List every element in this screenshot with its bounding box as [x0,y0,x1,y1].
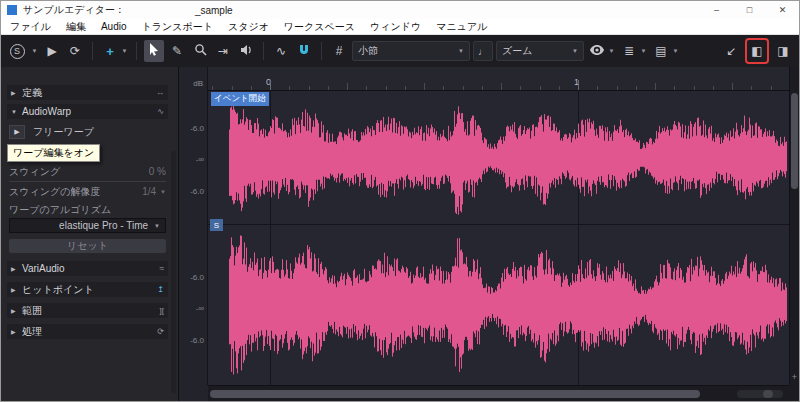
crosshair-icon: + [106,44,114,59]
zero-crossing-icon: ∿ [276,44,286,58]
chevron-down-icon[interactable]: ▼ [30,48,39,54]
timeline-ruler[interactable]: 0 1 [208,67,789,91]
section-range[interactable]: ▶ 範囲 ][ [7,303,168,318]
freewarp-tool-button[interactable]: ▶ [9,125,25,139]
view-options-button[interactable] [587,40,607,62]
range-tool[interactable]: ⇥ [213,40,233,62]
window-title: サンプルエディター： [23,3,125,17]
waveform-editor: dB -6.0 -∞ -6.0 -6.0 -∞ -6.0 0 1 イベント開始 [179,67,799,401]
minimize-button[interactable]: – [700,1,733,19]
solo-marker: S [210,219,223,231]
section-process[interactable]: ▶ 処理 ⟳ [7,324,168,339]
event-start-label: イベント開始 [211,92,269,106]
waveform-lanes: イベント開始 S [208,91,789,385]
vertical-zoom-plus-button[interactable]: + [790,372,799,382]
cursor-arrow-icon [149,43,159,59]
audition-play-button[interactable]: ▶ [42,40,62,62]
stack-icon: ▤ [655,44,666,58]
menu-edit[interactable]: 編集 [66,20,86,34]
trim-icon: ⇥ [218,44,228,58]
autoscroll-button[interactable]: + [100,40,120,62]
section-audiowarp[interactable]: ▼ AudioWarp ∿ [7,104,168,119]
hitpoints-icon: ↥ [157,285,164,294]
chevron-down-icon[interactable]: ▼ [120,48,129,54]
grid-icon: # [336,44,343,58]
zoom-preset-select[interactable]: ズーム ▼ [496,41,584,61]
section-definition[interactable]: ▶ 定義 ↔ [7,85,168,100]
menubar: ファイル 編集 Audio トランスポート スタジオ ワークスペース ウィンドウ… [1,19,799,35]
chevron-down-icon[interactable]: ▼ [671,48,680,54]
close-button[interactable]: ✕ [766,1,799,19]
chevron-down-icon[interactable]: ▼ [607,48,616,54]
chevron-right-icon: ▶ [11,265,22,272]
menu-studio[interactable]: スタジオ [228,20,269,34]
inspector-scrollbar[interactable] [171,151,176,393]
snap-zero-crossing-button[interactable]: ∿ [271,40,291,62]
swing-label: スウィング [9,165,60,179]
horizontal-zoom-thumb[interactable] [763,390,773,398]
loop-icon: ⟳ [70,44,80,58]
document-name: _sample [195,5,233,16]
scrub-tool[interactable] [236,40,256,62]
regions-button[interactable]: ◨ [773,40,793,62]
quantize-note-button[interactable]: ♩ [473,41,493,61]
toolbar-separator [136,42,137,60]
snap-button[interactable] [294,40,314,62]
db-scale-gutter: dB -6.0 -∞ -6.0 -6.0 -∞ -6.0 [179,67,208,385]
horizontal-scrollbar[interactable] [208,385,789,401]
zoom-tool[interactable] [190,40,210,62]
zoom-select-value: ズーム [502,44,532,58]
swing-resolution-select[interactable]: 1/4 ▼ [142,186,166,197]
algorithm-select[interactable]: elastique Pro - Time ▼ [9,218,166,233]
definition-icon: ↔ [156,88,164,97]
swing-resolution-row: スウィングの解像度 1/4 ▼ [9,184,166,199]
grid-select[interactable]: 小節 ▼ [352,41,470,61]
scale-value: -∞ [196,155,204,164]
solo-editor-button[interactable]: S [7,40,27,62]
zoom-fit-button[interactable]: ↙ [721,40,741,62]
section-hitpoints[interactable]: ▶ ヒットポイント ↥ [7,282,168,297]
scale-value: -6.0 [190,273,204,282]
waveform-canvas-upper[interactable] [229,91,787,224]
swing-value[interactable]: 0 % [149,166,166,177]
freewarp-icon: ▶ [14,128,19,136]
window-layout-button[interactable]: ◧ [747,40,767,62]
horizontal-zoom-slider[interactable] [737,390,783,398]
horizontal-scroll-thumb[interactable] [210,390,700,398]
menu-window[interactable]: ウィンドウ [370,20,421,34]
section-label: 範囲 [22,304,42,318]
menu-audio[interactable]: Audio [101,21,127,32]
section-label: 定義 [22,86,42,100]
menu-manual[interactable]: マニュアル [436,20,487,34]
chevron-down-icon[interactable]: ▼ [639,48,648,54]
grid-type-button[interactable]: # [329,40,349,62]
sample-editor-window: サンプルエディター： _sample – □ ✕ ファイル 編集 Audio ト… [0,0,800,402]
waveform-lane-right [208,225,789,384]
section-variaudio[interactable]: ▶ VariAudio ≈ [7,261,168,276]
scale-value: -∞ [196,304,204,313]
menu-workspace[interactable]: ワークスペース [284,20,355,34]
range-icon: ][ [160,306,164,315]
chevron-down-icon: ▼ [154,223,160,229]
menu-file[interactable]: ファイル [10,20,51,34]
maximize-button[interactable]: □ [733,1,766,19]
swing-resolution-value: 1/4 [142,186,156,197]
waveform-canvas-lower[interactable] [229,225,787,384]
audition-loop-button[interactable]: ⟳ [65,40,85,62]
vertical-scroll-thumb[interactable] [791,93,798,189]
section-label: VariAudio [22,263,65,274]
vertical-scrollbar[interactable]: + [789,67,799,385]
lane-display-button[interactable]: ≣ [619,40,639,62]
chevron-right-icon: ▶ [11,89,22,96]
menu-transport[interactable]: トランスポート [142,20,213,34]
reset-button[interactable]: リセット [9,239,166,253]
algorithm-value: elastique Pro - Time [59,220,148,231]
editor-display-button[interactable]: ▤ [651,40,671,62]
toolbar-separator [263,42,264,60]
object-selection-tool[interactable] [144,40,164,62]
section-label: ヒットポイント [22,283,94,297]
toolbar-separator [92,42,93,60]
draw-tool[interactable]: ✎ [167,40,187,62]
inspector-panel: ▶ 定義 ↔ ▼ AudioWarp ∿ ▶ フリーワープ ワープ編集をオン [1,67,179,401]
grid-select-value: 小節 [358,44,378,58]
